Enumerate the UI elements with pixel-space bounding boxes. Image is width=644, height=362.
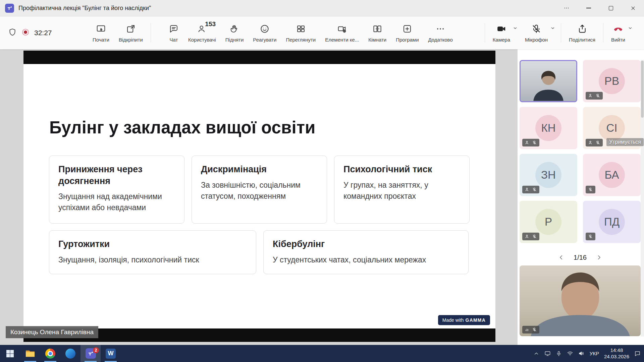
pager-prev-button[interactable] bbox=[558, 254, 564, 260]
share-button[interactable]: Поділитися bbox=[564, 18, 600, 47]
participants-button[interactable]: 153 Користувачі bbox=[183, 18, 221, 47]
microphone-label: Мікрофон bbox=[525, 37, 548, 43]
camera-button[interactable]: Камера bbox=[488, 18, 520, 47]
view-label: Переглянути bbox=[286, 37, 316, 43]
breakout-rooms-button[interactable]: Кімнати bbox=[364, 18, 391, 47]
pager-next-button[interactable] bbox=[596, 254, 602, 260]
chat-button[interactable]: Чат bbox=[164, 18, 183, 47]
present-button[interactable]: Почати bbox=[88, 18, 114, 47]
participant-tile-pd[interactable]: ПД bbox=[583, 201, 641, 243]
apps-plus-icon bbox=[402, 23, 412, 35]
tray-action-center[interactable] bbox=[634, 350, 641, 357]
folder-icon bbox=[25, 349, 35, 358]
sidebar-scrollbar[interactable] bbox=[641, 60, 644, 337]
meeting-controls-button[interactable]: Елементи ке... bbox=[320, 18, 364, 47]
unpin-button[interactable]: Відкріпити bbox=[114, 18, 148, 47]
tray-show-hidden-icons[interactable] bbox=[533, 351, 539, 357]
card-title: Психологічний тиск bbox=[343, 164, 460, 175]
participants-count: 153 bbox=[205, 20, 216, 28]
card-body: Знущання, ізоляція, психологічний тиск bbox=[58, 254, 247, 265]
tray-network-icon[interactable] bbox=[567, 350, 573, 357]
share-icon bbox=[577, 23, 587, 35]
participant-tile-si[interactable]: СІ Утримується bbox=[583, 107, 641, 149]
taskbar-chrome[interactable] bbox=[40, 345, 60, 362]
participant-tile-rv[interactable]: РВ bbox=[583, 60, 641, 102]
meeting-status-group: 32:27 bbox=[0, 28, 88, 38]
participants-pager: 1/16 bbox=[520, 252, 641, 263]
participant-tile-kn[interactable]: КН bbox=[520, 107, 577, 149]
more-actions-button[interactable]: Додатково bbox=[424, 18, 458, 47]
raise-hand-icon bbox=[229, 23, 239, 35]
raise-hand-button[interactable]: Підняти bbox=[221, 18, 249, 47]
microphone-button[interactable]: Мікрофон bbox=[520, 18, 558, 47]
titlebar: Профілактична лекція "Булінг та його нас… bbox=[0, 0, 644, 16]
window-maximize-button[interactable] bbox=[600, 0, 622, 16]
window-close-button[interactable] bbox=[622, 0, 644, 16]
word-icon: W bbox=[106, 349, 116, 359]
participant-initials: Р bbox=[545, 216, 552, 228]
mic-muted-icon bbox=[588, 234, 593, 239]
scrollbar-thumb[interactable] bbox=[641, 61, 644, 118]
view-button[interactable]: Переглянути bbox=[281, 18, 320, 47]
react-button[interactable]: Реагувати bbox=[248, 18, 281, 47]
card-title: Гуртожитки bbox=[58, 238, 247, 250]
tray-volume-icon[interactable] bbox=[578, 350, 585, 357]
participant-tile-r[interactable]: Р bbox=[520, 201, 577, 243]
taskbar-word[interactable]: W bbox=[101, 345, 121, 362]
participant-tile-speaker-video[interactable] bbox=[520, 60, 577, 102]
slide-cards-row-1: Приниження через досягнення Знущання над… bbox=[49, 156, 470, 224]
camera-options-chevron-icon[interactable] bbox=[513, 26, 518, 32]
participant-avatar: Р bbox=[535, 209, 561, 235]
speaker-icon bbox=[578, 350, 585, 357]
participants-sidebar: РВ КН bbox=[518, 49, 644, 345]
participant-status-pill bbox=[522, 233, 539, 240]
tray-language-indicator[interactable]: УКР bbox=[590, 351, 599, 356]
slide-card-humiliation: Приниження через досягнення Знущання над… bbox=[49, 156, 184, 224]
raise-hand-label: Підняти bbox=[225, 37, 244, 43]
taskbar-edge[interactable] bbox=[60, 345, 80, 362]
gamma-badge-brand: GAMMA bbox=[466, 317, 486, 323]
chrome-icon bbox=[45, 349, 55, 359]
participant-tile-ba[interactable]: БА bbox=[583, 154, 641, 196]
pager-label: 1/16 bbox=[574, 254, 587, 261]
camera-icon bbox=[496, 23, 506, 35]
participant-initials: БА bbox=[605, 169, 619, 181]
apps-button[interactable]: Програми bbox=[391, 18, 423, 47]
teams-notification-badge: 2 bbox=[93, 347, 99, 353]
slide-card-dormitories: Гуртожитки Знущання, ізоляція, психологі… bbox=[49, 230, 256, 274]
chevron-up-icon bbox=[533, 351, 539, 357]
camera-label: Камера bbox=[493, 37, 510, 43]
present-label: Почати bbox=[93, 37, 109, 43]
participant-initials: КН bbox=[541, 122, 555, 134]
hold-status-label: Утримується bbox=[606, 138, 644, 146]
hang-up-icon bbox=[613, 23, 624, 35]
start-button[interactable] bbox=[0, 345, 20, 362]
slide-letterbox-top bbox=[23, 51, 495, 64]
participant-avatar: БА bbox=[599, 162, 625, 188]
tray-time: 14:48 bbox=[610, 347, 623, 354]
taskbar-file-explorer[interactable] bbox=[20, 345, 40, 362]
leave-options-chevron-icon[interactable] bbox=[628, 26, 633, 32]
monitor-icon bbox=[544, 350, 551, 357]
participant-tile-zn[interactable]: ЗН bbox=[520, 154, 577, 196]
taskbar-teams[interactable]: 2 bbox=[80, 345, 101, 362]
tray-microphone-icon[interactable] bbox=[556, 351, 562, 357]
tray-display-icon[interactable] bbox=[544, 350, 551, 357]
leave-button[interactable]: Вийти bbox=[606, 18, 635, 47]
slide-card-cyberbullying: Кібербулінг У студентських чатах, соціал… bbox=[263, 230, 469, 274]
window-more-button[interactable] bbox=[555, 0, 578, 16]
participant-avatar: СІ bbox=[599, 115, 625, 141]
window-minimize-button[interactable] bbox=[578, 0, 600, 16]
attendee-icon bbox=[588, 140, 593, 145]
mic-options-chevron-icon[interactable] bbox=[550, 26, 555, 32]
mic-muted-icon bbox=[532, 187, 537, 192]
participant-status-pill bbox=[586, 233, 595, 240]
camera-settings-icon bbox=[337, 23, 347, 35]
card-body: За зовнішністю, соціальним статусом, пох… bbox=[201, 180, 318, 202]
apps-label: Програми bbox=[396, 37, 419, 43]
participant-avatar: КН bbox=[535, 115, 561, 141]
tray-clock[interactable]: 14:48 24.03.2026 bbox=[604, 347, 629, 360]
presenter-name-label: Козинець Олена Гаврилівна bbox=[6, 326, 98, 338]
participant-video-large[interactable] bbox=[520, 265, 641, 336]
mic-muted-icon bbox=[532, 234, 537, 239]
